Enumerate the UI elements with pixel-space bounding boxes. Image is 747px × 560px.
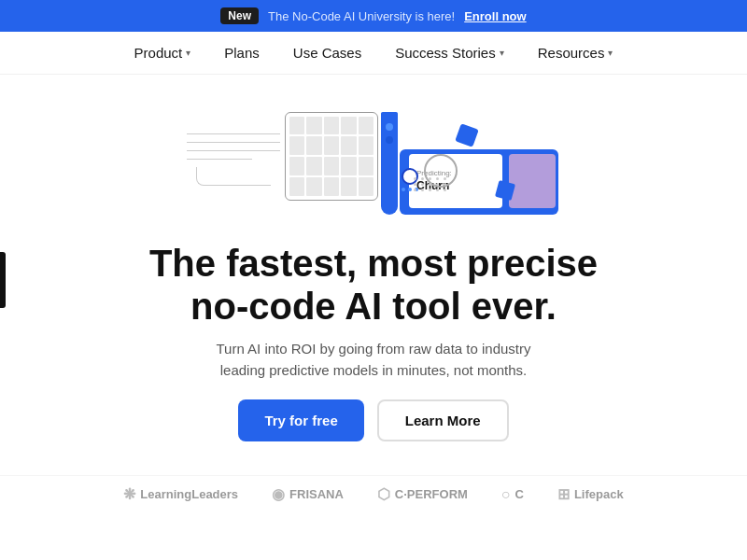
announcement-text: The No-Code AI University is here!: [268, 9, 455, 23]
chevron-down-icon-2: ▾: [500, 48, 504, 58]
lifepack-icon: ⊞: [557, 485, 570, 503]
partner-cperform-label: C·PERFORM: [395, 487, 468, 501]
partner-frisana-label: FRISANA: [289, 487, 344, 501]
navbar: Product ▾ Plans Use Cases Success Storie…: [0, 32, 747, 75]
partners-section: ❋ LearningLeaders ◉ FRISANA ⬡ C·PERFORM …: [0, 475, 747, 512]
cta-buttons: Try for free Learn More: [37, 399, 710, 441]
data-grid: [285, 112, 378, 201]
nav-resources[interactable]: Resources ▾: [538, 45, 613, 61]
enroll-link[interactable]: Enroll now: [464, 9, 526, 23]
partner-lifepack: ⊞ Lifepack: [557, 485, 624, 503]
connector-lines: [187, 133, 280, 186]
nav-plans[interactable]: Plans: [224, 45, 260, 61]
nav-success-stories-label: Success Stories: [395, 45, 496, 61]
partner-learnningleaders: ❋ LearningLeaders: [123, 485, 238, 503]
chevron-down-icon: ▾: [186, 48, 190, 58]
nav-plans-label: Plans: [224, 45, 260, 61]
hero-illustration: Predicting: Churn: [0, 75, 747, 238]
partner-frisana: ◉ FRISANA: [272, 485, 344, 503]
nav-resources-label: Resources: [538, 45, 605, 61]
announcement-badge: New: [220, 7, 259, 24]
machine-diagram: Predicting: Churn: [177, 98, 570, 229]
nav-product[interactable]: Product ▾: [134, 45, 191, 61]
learnningleaders-icon: ❋: [123, 485, 135, 503]
hero-headline-line1: The fastest, most precise: [149, 243, 598, 284]
left-sidebar-bar: [0, 252, 6, 308]
partner-learnningleaders-label: LearningLeaders: [140, 487, 238, 501]
nav-use-cases-label: Use Cases: [293, 45, 361, 61]
nav-success-stories[interactable]: Success Stories ▾: [395, 45, 504, 61]
partner-c-label: C: [515, 487, 524, 501]
blue-connector: [381, 112, 398, 215]
announcement-bar: New The No-Code AI University is here! E…: [0, 0, 747, 32]
nav-use-cases[interactable]: Use Cases: [293, 45, 361, 61]
output-box: [509, 154, 556, 208]
chevron-down-icon-3: ▾: [608, 48, 613, 58]
partner-c: ○ C: [501, 486, 524, 503]
try-for-free-button[interactable]: Try for free: [238, 399, 363, 441]
partner-lifepack-label: Lifepack: [574, 487, 624, 501]
hero-section: The fastest, most precise no-code AI too…: [0, 238, 747, 475]
deco-square-icon: [455, 123, 479, 147]
hero-subtext: Turn AI into ROI by going from raw data …: [205, 339, 542, 381]
deco-dots-grid: [414, 177, 448, 191]
partner-cperform: ⬡ C·PERFORM: [377, 485, 468, 503]
frisana-icon: ◉: [272, 485, 285, 503]
hero-headline: The fastest, most precise no-code AI too…: [37, 242, 710, 328]
learn-more-button[interactable]: Learn More: [377, 399, 509, 441]
hero-headline-line2: no-code AI tool ever.: [190, 286, 557, 327]
cperform-icon: ⬡: [377, 485, 390, 503]
c-icon: ○: [501, 486, 511, 503]
nav-product-label: Product: [134, 45, 183, 61]
